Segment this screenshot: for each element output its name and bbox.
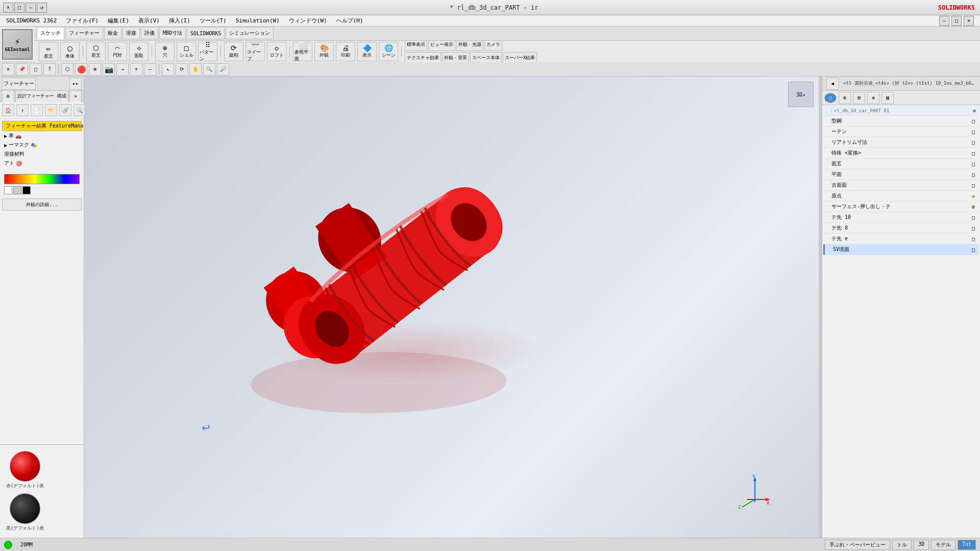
menu-file[interactable]: SOLIDWORKS 2362 — [2, 16, 61, 25]
rtree-item-5[interactable]: 平面 □ — [823, 169, 979, 180]
model-btn[interactable]: モデル — [931, 540, 955, 550]
rtree-item-3[interactable]: 特殊 <変換> □ — [823, 148, 979, 159]
tree-doc-btn[interactable]: 📄 — [31, 104, 43, 116]
display-section-btn[interactable]: 外観・光源 — [456, 41, 483, 51]
shell-btn[interactable]: □シェル — [177, 42, 196, 61]
rtree-item-9[interactable]: テ先 10 □ — [823, 212, 979, 223]
pattern-btn[interactable]: ⠿パターン — [198, 42, 217, 61]
menu-edit[interactable]: ファイル(F) — [62, 16, 103, 26]
tree-item-car[interactable]: ▶ 車 🚗 — [2, 131, 82, 140]
chamfer-btn[interactable]: ⟡面取 — [129, 42, 149, 61]
color-btn[interactable]: 🔴 — [75, 63, 87, 76]
appearance-btn[interactable]: 🎨外観 — [314, 42, 334, 61]
display-transparency-btn[interactable]: カメラ — [484, 41, 502, 51]
fillet-btn[interactable]: ⌒円対 — [108, 42, 127, 61]
rp-crosshair-btn[interactable]: ⊕ — [839, 92, 851, 104]
color-black[interactable] — [22, 186, 31, 194]
help-btn[interactable]: ? — [43, 63, 56, 76]
rtree-item-12[interactable]: SV境面 □ — [823, 244, 979, 255]
color-gray[interactable] — [13, 186, 21, 194]
rtree-item-10[interactable]: テ先 8 □ — [823, 223, 979, 234]
swatch-red-ball[interactable] — [10, 451, 40, 482]
window-controls[interactable]: × □ — ↺ — [0, 3, 50, 13]
feature-manager-btn[interactable]: フィーチャー — [2, 78, 36, 90]
pan-btn[interactable]: ✋ — [189, 63, 202, 76]
ge-instant-button[interactable]: ⚡ GEInstanl — [2, 29, 33, 60]
refresh-button[interactable]: ↺ — [37, 3, 47, 13]
performance-btn[interactable]: スーパーX結果 — [503, 52, 537, 62]
loft-btn[interactable]: ◇ロフト — [267, 42, 286, 61]
paper-view-btn[interactable]: 手ぶれ・ペーパービュー — [825, 540, 890, 550]
simulation-btn2[interactable]: スペース本体 — [470, 52, 502, 62]
lp-mode-btn[interactable]: 設計フィーチャー 構成 — [15, 90, 68, 103]
tree-item-weld[interactable]: 溶接材料 — [2, 149, 82, 159]
light-btn[interactable]: ☀ — [89, 63, 101, 76]
tab-features[interactable]: スケッチ — [37, 27, 64, 39]
sketch-circle-btn[interactable]: ○車体 — [60, 42, 80, 61]
close-button[interactable]: × — [3, 3, 13, 13]
toru-btn[interactable]: トル — [892, 540, 912, 550]
restore-button[interactable]: □ — [14, 3, 24, 13]
tot-btn[interactable]: Tot — [958, 540, 976, 550]
rp-back-btn[interactable]: ◀ — [826, 78, 839, 90]
tab-mbd[interactable]: MBD寸法 — [159, 27, 186, 39]
zoom-area-btn[interactable]: 🔍 — [203, 63, 215, 76]
menu-help[interactable]: ウィンドウ(W) — [285, 16, 331, 26]
swatch-black-ball[interactable] — [10, 493, 40, 524]
rtree-item-11[interactable]: テ先 e □ — [823, 234, 979, 244]
rp-table-btn[interactable]: ▤ — [881, 92, 894, 104]
menu-simulation[interactable]: ツール(T) — [195, 16, 231, 26]
rtree-item-6[interactable]: 古面面 □ — [823, 180, 979, 191]
tree-home-btn[interactable]: 🏠 — [2, 104, 14, 116]
tree-up-btn[interactable]: ↑ — [16, 104, 29, 116]
measure-btn[interactable]: テクスチャ効果 — [405, 52, 441, 62]
scene-btn[interactable]: 🌐シーン — [379, 42, 398, 61]
rp-globe-btn[interactable]: ○ — [824, 93, 837, 103]
search-btn[interactable]: 🔎 — [217, 63, 229, 76]
viewport[interactable]: ↩ Y X Z 3D↗ — [84, 77, 819, 538]
rtree-item-2[interactable]: リアトリム寸法 □ — [823, 137, 979, 148]
expand-btn[interactable]: □ — [30, 63, 42, 76]
display-shaded-btn[interactable]: 標準表示 — [405, 41, 427, 51]
view-3d-btn[interactable]: 3D — [914, 540, 929, 550]
motion-study-btn[interactable]: 外観・背景 — [442, 52, 469, 62]
rotate-view-btn[interactable]: ⟳ — [176, 63, 188, 76]
expand-fm-btn[interactable]: ▸▸ — [69, 78, 82, 90]
rtree-item-8[interactable]: サーフェス-押し出し・テ ⚙ — [823, 202, 979, 212]
menu-extra[interactable]: ヘルプ(H) — [332, 16, 368, 26]
lp-gear-btn[interactable]: ⚙ — [2, 90, 14, 103]
tree-item-at[interactable]: アト 🎯 — [2, 159, 82, 168]
view-select-btn[interactable]: ⬡ — [61, 63, 74, 76]
tree-folder-btn[interactable]: 📁 — [45, 104, 57, 116]
select-btn[interactable]: ↖ — [162, 63, 174, 76]
sweep-btn[interactable]: 〰スイープ — [246, 42, 265, 61]
ref-plane-btn[interactable]: ⬜参照平面 — [293, 42, 312, 61]
lp-expand-btn[interactable]: » — [69, 90, 82, 103]
menu-window[interactable]: Simulation(W) — [232, 16, 284, 25]
tab-solidworks[interactable]: SOLIDWORKS — [187, 27, 225, 39]
rtree-item-7[interactable]: 原点 ◆ — [823, 191, 979, 202]
tab-evaluate[interactable]: 評価 — [141, 27, 158, 39]
window-minimize-btn[interactable]: — — [939, 16, 949, 26]
view-orient-btn[interactable]: 🔷表示 — [357, 42, 377, 61]
color-palette[interactable] — [4, 174, 80, 184]
tab-weldments[interactable]: 溶接 — [122, 27, 140, 39]
extrude-btn[interactable]: ⬡差文 — [86, 42, 106, 61]
rtree-item-1[interactable]: ーテン □ — [823, 127, 979, 137]
arrow-btn[interactable]: → — [116, 63, 129, 76]
rtree-top-item[interactable]: 📄 rl_db_3d_car_PART 01 ⚙ — [823, 106, 979, 116]
swatch-red[interactable]: 赤(デフォルト)表 — [6, 451, 44, 489]
sketch-line-btn[interactable]: ✏差文 — [39, 42, 58, 61]
close-panel-btn[interactable]: × — [2, 63, 14, 76]
hole-btn[interactable]: ⊕穴 — [155, 42, 175, 61]
tab-sheetmetal[interactable]: 板金 — [104, 27, 121, 39]
rotate-btn[interactable]: ⟳旋削 — [224, 42, 243, 61]
display-wire-btn[interactable]: ビュー表示 — [428, 41, 455, 51]
rp-list-btn[interactable]: ≡ — [867, 92, 879, 104]
tree-item-mask[interactable]: ▶ ーマスク 🎭 — [2, 140, 82, 149]
more-appearances-btn[interactable]: 外観の詳細... — [2, 198, 82, 211]
window-restore-btn[interactable]: □ — [951, 16, 962, 26]
rtree-item-0[interactable]: 型鋼 □ — [823, 116, 979, 127]
rp-grid-btn[interactable]: ⊞ — [853, 92, 865, 104]
menu-view[interactable]: 編集(E) — [104, 16, 133, 26]
